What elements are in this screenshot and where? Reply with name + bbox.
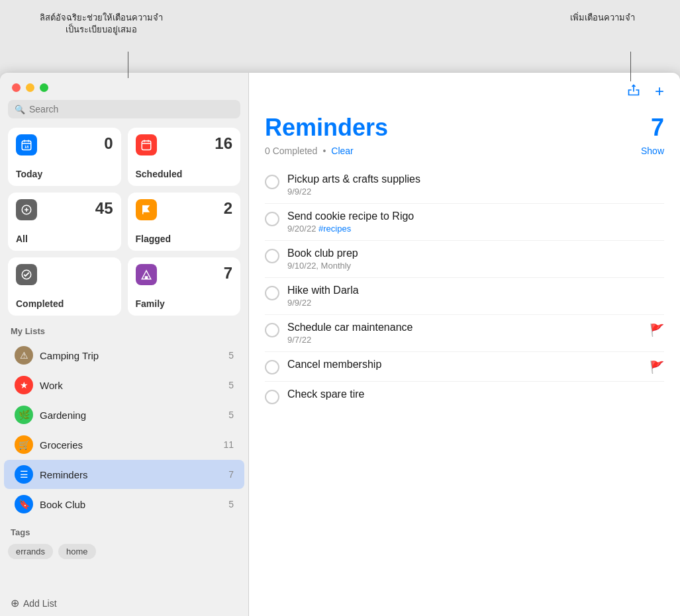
search-icon: 🔍 — [15, 105, 25, 114]
reminder-item: Send cookie recipe to Rigo9/20/22 #recip… — [265, 204, 664, 241]
share-button[interactable] — [624, 82, 643, 101]
family-icon — [136, 264, 157, 285]
groceries-name: Groceries — [40, 439, 217, 451]
traffic-lights — [0, 73, 248, 100]
work-icon: ★ — [15, 376, 33, 394]
add-list-button[interactable]: ⊕ Add List — [0, 590, 248, 616]
completed-icon — [16, 264, 37, 285]
bookclub-name: Book Club — [40, 499, 222, 510]
search-input[interactable] — [29, 104, 234, 114]
dot-separator: • — [322, 146, 326, 156]
reminder-item: Pickup arts & crafts supplies9/9/22 — [265, 167, 664, 204]
reminder-checkbox[interactable] — [265, 249, 279, 263]
reminder-item: Cancel membership🚩 — [265, 352, 664, 382]
reminder-checkbox[interactable] — [265, 212, 279, 226]
close-button[interactable] — [12, 83, 21, 92]
page-title-row: Reminders 7 — [265, 114, 664, 142]
camping-icon: ⚠ — [15, 346, 33, 365]
smart-card-all[interactable]: 45 All — [8, 193, 121, 251]
reminder-checkbox[interactable] — [265, 360, 279, 374]
gardening-icon: 🌿 — [15, 406, 33, 424]
svg-text:18: 18 — [24, 145, 29, 149]
sidebar-item-camping[interactable]: ⚠Camping Trip5 — [4, 341, 244, 370]
reminder-title: Send cookie recipe to Rigo — [287, 210, 664, 222]
reminder-title: Pickup arts & crafts supplies — [287, 173, 664, 185]
smart-card-today[interactable]: 0 18 Today — [8, 128, 121, 186]
smart-card-scheduled[interactable]: 16 Scheduled — [128, 128, 241, 186]
search-bar: 🔍 — [8, 100, 240, 118]
reminder-body: Hike with Darla9/9/22 — [287, 285, 664, 308]
tag-home[interactable]: home — [58, 544, 96, 559]
bookclub-icon: 🔖 — [15, 495, 33, 513]
show-button[interactable]: Show — [641, 146, 664, 156]
sidebar: 🔍 0 18 Today 16 — [0, 73, 248, 616]
add-reminder-button[interactable]: + — [652, 81, 667, 102]
smart-card-flagged[interactable]: 2 Flagged — [128, 193, 241, 251]
reminder-checkbox[interactable] — [265, 390, 279, 404]
reminder-checkbox[interactable] — [265, 175, 279, 189]
bookclub-count: 5 — [228, 499, 234, 509]
reminder-body: Cancel membership — [287, 359, 642, 372]
sidebar-item-gardening[interactable]: 🌿Gardening5 — [4, 400, 244, 429]
reminder-subtitle: 9/9/22 — [287, 298, 664, 308]
reminders-count: 7 — [228, 469, 234, 480]
completed-bar: 0 Completed • Clear Show — [265, 146, 664, 156]
reminder-item: Book club prep9/10/22, Monthly — [265, 241, 664, 278]
tags-header: Tags — [0, 525, 248, 541]
app-window: 🔍 0 18 Today 16 — [0, 73, 680, 616]
my-lists: ⚠Camping Trip5★Work5🌿Gardening5🛒Grocerie… — [0, 340, 248, 519]
reminder-title: Cancel membership — [287, 359, 642, 371]
smart-cards-grid: 0 18 Today 16 — [0, 128, 248, 324]
page-count: 7 — [651, 114, 664, 142]
reminder-subtitle: 9/7/22 — [287, 335, 642, 345]
sidebar-item-reminders[interactable]: ☰Reminders7 — [4, 460, 244, 489]
reminder-subtitle: 9/9/22 — [287, 187, 664, 197]
content-area: Reminders 7 0 Completed • Clear Show Pic… — [249, 107, 680, 616]
reminder-title: Book club prep — [287, 247, 664, 259]
svg-rect-5 — [142, 141, 151, 150]
reminder-item: Schedule car maintenance9/7/22🚩 — [265, 315, 664, 352]
minimize-button[interactable] — [26, 83, 34, 92]
reminder-flag-icon: 🚩 — [650, 323, 664, 337]
gardening-count: 5 — [228, 410, 234, 420]
camping-count: 5 — [228, 350, 234, 361]
all-icon — [16, 199, 37, 220]
reminders-list: Pickup arts & crafts supplies9/9/22Send … — [265, 167, 664, 411]
sidebar-item-work[interactable]: ★Work5 — [4, 371, 244, 400]
clear-button[interactable]: Clear — [331, 146, 353, 156]
gardening-name: Gardening — [40, 410, 222, 421]
reminder-hashtag[interactable]: #recipes — [318, 224, 351, 234]
smart-card-completed[interactable]: Completed — [8, 257, 121, 316]
reminder-title: Check spare tire — [287, 388, 664, 400]
reminder-subtitle: 9/10/22, Monthly — [287, 261, 664, 271]
reminder-item: Check spare tire — [265, 382, 664, 411]
maximize-button[interactable] — [40, 83, 48, 92]
reminders-name: Reminders — [40, 469, 222, 480]
reminder-checkbox[interactable] — [265, 323, 279, 337]
sidebar-item-groceries[interactable]: 🛒Groceries11 — [4, 430, 244, 459]
today-icon: 18 — [16, 134, 37, 155]
reminder-body: Book club prep9/10/22, Monthly — [287, 247, 664, 271]
my-lists-header: My Lists — [0, 324, 248, 340]
reminder-title: Hike with Darla — [287, 285, 664, 296]
reminder-checkbox[interactable] — [265, 286, 279, 300]
reminder-title: Schedule car maintenance — [287, 322, 642, 333]
tags-row: errandshome — [0, 541, 248, 562]
tag-errands[interactable]: errands — [8, 544, 53, 559]
smart-card-family[interactable]: 7 Family — [128, 257, 241, 316]
reminder-body: Send cookie recipe to Rigo9/20/22 #recip… — [287, 210, 664, 234]
scheduled-icon — [136, 134, 157, 155]
reminder-body: Schedule car maintenance9/7/22 — [287, 322, 642, 345]
reminder-body: Pickup arts & crafts supplies9/9/22 — [287, 173, 664, 197]
completed-text: 0 Completed — [265, 146, 317, 156]
reminder-flag-icon: 🚩 — [650, 360, 664, 374]
page-title: Reminders — [265, 114, 388, 142]
add-list-icon: ⊕ — [11, 597, 19, 609]
sidebar-item-bookclub[interactable]: 🔖Book Club5 — [4, 490, 244, 519]
flagged-icon — [136, 199, 157, 220]
svg-rect-13 — [144, 276, 148, 279]
camping-name: Camping Trip — [40, 350, 222, 361]
groceries-icon: 🛒 — [15, 435, 33, 454]
add-list-label: Add List — [23, 598, 57, 609]
main-content: + Reminders 7 0 Completed • Clear Show P… — [249, 73, 680, 616]
